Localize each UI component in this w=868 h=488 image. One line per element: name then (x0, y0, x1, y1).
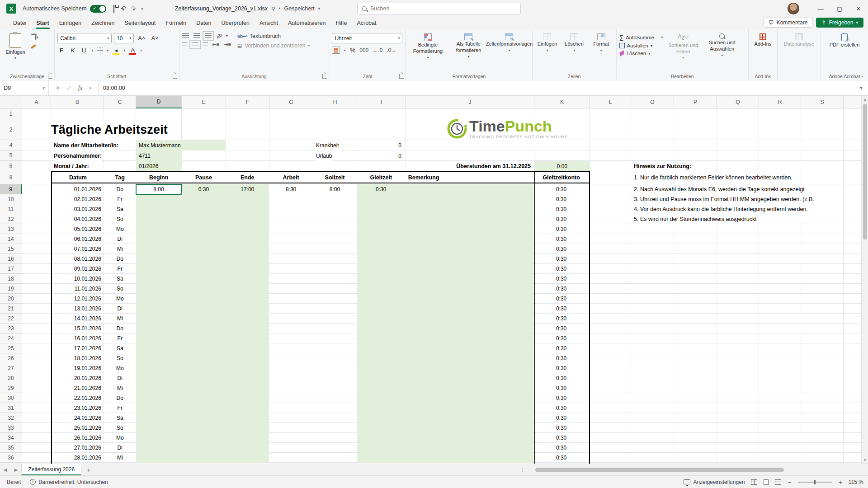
autosum-button[interactable]: ∑AutoSumme▾ (619, 34, 663, 41)
cell-end[interactable] (226, 214, 269, 224)
cell-begin[interactable] (136, 363, 182, 373)
cell-work[interactable] (269, 194, 313, 204)
column-header-J[interactable]: J (406, 96, 534, 108)
cell-begin[interactable] (136, 393, 182, 403)
cell-target[interactable] (313, 224, 357, 234)
cell-target[interactable] (313, 304, 357, 314)
cell-pause[interactable] (182, 423, 226, 433)
cell-end[interactable] (226, 304, 269, 314)
selected-cell-D9[interactable]: 8:00 (136, 184, 182, 195)
autosave-toggle[interactable]: ✓ (90, 5, 106, 13)
cell-day[interactable]: Di (104, 234, 136, 244)
row-header-30[interactable]: 30 (0, 393, 22, 403)
cell-end[interactable] (226, 413, 269, 423)
cell-note[interactable] (406, 234, 534, 244)
cell-target[interactable] (313, 433, 357, 443)
undo-icon[interactable]: ↶▾ (121, 5, 125, 13)
cell-date[interactable]: 18.01.2026 (52, 353, 104, 363)
cell-day[interactable]: Do (104, 254, 136, 264)
column-header-Q[interactable]: Q (717, 96, 759, 108)
cell-begin[interactable] (136, 423, 182, 433)
decrease-font-icon[interactable]: A˅ (149, 34, 160, 42)
row-header-8[interactable]: 8 (0, 171, 22, 184)
cell-account[interactable]: 0:30 (533, 363, 589, 373)
cell-work[interactable] (269, 204, 313, 214)
cell-date[interactable]: 26.01.2026 (52, 433, 104, 443)
new-sheet-button[interactable]: + (81, 466, 96, 474)
cell-date[interactable]: 19.01.2026 (52, 363, 104, 373)
currency-format-icon[interactable]: ▤ (332, 47, 340, 54)
cell-begin[interactable] (136, 453, 182, 463)
find-select-button[interactable]: Suchen und Auswählen ▾ (703, 32, 741, 72)
cell-target[interactable] (313, 383, 357, 393)
cell-pause[interactable] (182, 274, 226, 284)
cell-flex[interactable] (357, 403, 406, 413)
cell-work[interactable] (269, 274, 313, 284)
cell-work[interactable] (269, 214, 313, 224)
cell-flex[interactable] (357, 353, 406, 363)
data-analysis-button[interactable]: Datenanalyse (780, 32, 818, 72)
row-header-11[interactable]: 11 (0, 204, 22, 214)
format-as-table-button[interactable]: Als Tabelle formatieren ▾ (449, 32, 487, 72)
cell-note[interactable] (406, 373, 534, 383)
align-center-icon[interactable] (192, 42, 198, 47)
format-painter-button[interactable] (31, 43, 38, 47)
cell-target[interactable] (313, 284, 357, 294)
menu-tab-hilfe[interactable]: Hilfe (330, 18, 352, 28)
cell-work[interactable] (269, 294, 313, 304)
row-header-4[interactable]: 4 (0, 140, 22, 150)
scroll-down-icon[interactable]: ▼ (862, 456, 868, 464)
cell-day[interactable]: Fr (104, 194, 136, 204)
cell-flex[interactable] (357, 234, 406, 244)
wrap-text-button[interactable]: ab↩ Textumbruch (237, 33, 310, 39)
cell-day[interactable]: Sa (104, 274, 136, 284)
cell-day[interactable]: Sa (104, 413, 136, 423)
menu-tab-acrobat[interactable]: Acrobat (352, 18, 381, 28)
cell-note[interactable] (406, 443, 534, 453)
field-value[interactable]: 01/2026 (139, 161, 158, 171)
menu-tab-zeichnen[interactable]: Zeichnen (86, 18, 119, 28)
cell-flex[interactable] (357, 453, 406, 463)
cell-begin[interactable] (136, 403, 182, 413)
cell-flex[interactable] (357, 254, 406, 264)
cell-account[interactable]: 0:30 (533, 423, 589, 433)
cell-day[interactable]: Do (104, 184, 136, 194)
decrease-indent-icon[interactable]: ⇤≡ (212, 42, 220, 47)
cell-target[interactable] (313, 413, 357, 423)
cell-note[interactable] (406, 274, 534, 284)
cell-note[interactable] (406, 353, 534, 363)
cell-work[interactable] (269, 423, 313, 433)
column-header-P[interactable]: P (674, 96, 717, 108)
cell-note[interactable] (406, 413, 534, 423)
row-header-5[interactable]: 5 (0, 150, 22, 161)
row-header-15[interactable]: 15 (0, 244, 22, 254)
cell-end[interactable] (226, 274, 269, 284)
share-button[interactable]: ⇪ Freigeben ▾ (816, 18, 863, 28)
document-title[interactable]: Zeiterfassung_Vorlage_2026_v1.xlsx ⚲ • G… (175, 5, 320, 12)
cell-flex[interactable] (357, 244, 406, 254)
zoom-level[interactable]: 115 % (849, 479, 863, 485)
cell-flex[interactable]: 0:30 (357, 184, 406, 194)
cell-date[interactable]: 23.01.2026 (52, 403, 104, 413)
display-settings-button[interactable]: Anzeigeeinstellungen (684, 479, 745, 485)
cell-pause[interactable] (182, 304, 226, 314)
cell-day[interactable]: Sa (104, 204, 136, 214)
vertical-scrollbar[interactable]: ▲ ▼ (861, 96, 868, 464)
number-format-select[interactable]: Uhrzeit▾ (332, 33, 402, 43)
cell-pause[interactable] (182, 403, 226, 413)
cell-note[interactable] (406, 304, 534, 314)
clipboard-dialog-launcher[interactable] (48, 74, 52, 79)
cell-end[interactable] (226, 234, 269, 244)
excel-app-icon[interactable]: X (6, 4, 16, 14)
menu-tab-datei[interactable]: Datei (8, 18, 31, 28)
cell-account[interactable]: 0:30 (533, 453, 589, 463)
cell-work[interactable] (269, 324, 313, 333)
cell-pause[interactable] (182, 383, 226, 393)
grid-canvas[interactable]: 1245689101112131415161718192021222324252… (0, 108, 861, 464)
cell-note[interactable] (406, 214, 534, 224)
cell-account[interactable]: 0:30 (533, 393, 589, 403)
column-header-A[interactable]: A (22, 96, 51, 108)
cell-day[interactable]: Mo (104, 294, 136, 304)
cell-date[interactable]: 14.01.2026 (52, 314, 104, 324)
cell-work[interactable] (269, 413, 313, 423)
